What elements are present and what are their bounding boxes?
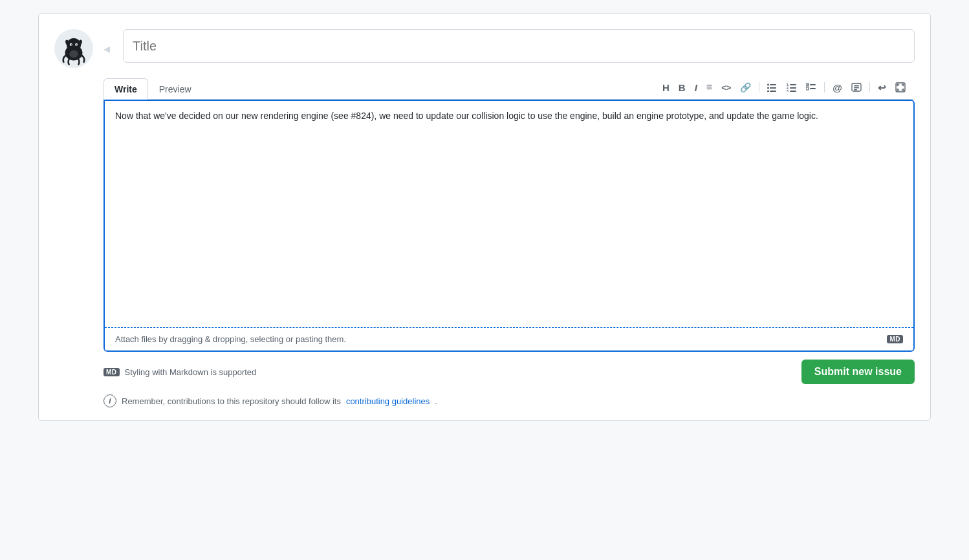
- attach-text: Attach files by dragging & dropping, sel…: [115, 334, 346, 344]
- toolbar-separator-2: [824, 82, 825, 92]
- svg-rect-15: [770, 91, 776, 92]
- quote-icon[interactable]: ≡: [702, 80, 716, 95]
- task-list-icon[interactable]: [802, 80, 820, 94]
- markdown-label: Styling with Markdown is supported: [125, 367, 257, 377]
- svg-rect-13: [770, 87, 776, 89]
- mention-icon[interactable]: @: [829, 80, 846, 95]
- svg-point-5: [71, 44, 72, 45]
- svg-point-14: [767, 91, 769, 92]
- link-icon[interactable]: 🔗: [736, 80, 755, 94]
- tabs-toolbar: Write Preview H B I ≡ <> 🔗: [103, 78, 915, 100]
- svg-rect-21: [790, 91, 796, 92]
- svg-point-10: [767, 84, 769, 86]
- ordered-list-icon[interactable]: 1. 2. 3.: [783, 80, 801, 94]
- svg-text:3.: 3.: [787, 89, 790, 92]
- svg-point-9: [69, 50, 78, 58]
- svg-rect-25: [810, 88, 816, 89]
- avatar-container: [54, 29, 93, 68]
- svg-point-12: [767, 87, 769, 89]
- svg-rect-29: [854, 89, 857, 91]
- notice-prefix: Remember, contributions to this reposito…: [122, 396, 341, 406]
- code-icon[interactable]: <>: [717, 81, 735, 94]
- fullscreen-icon[interactable]: [891, 80, 909, 95]
- markdown-badge-footer: MD: [103, 368, 120, 376]
- footer-row: MD Styling with Markdown is supported Su…: [103, 360, 915, 384]
- svg-rect-27: [854, 85, 859, 87]
- svg-rect-19: [790, 87, 796, 89]
- toolbar-separator: [759, 82, 759, 92]
- caret-icon: ◂: [103, 29, 110, 68]
- attach-bar: Attach files by dragging & dropping, sel…: [105, 327, 913, 350]
- undo-icon[interactable]: ↩: [874, 80, 890, 95]
- reference-icon[interactable]: [847, 80, 866, 94]
- editor-wrapper: Now that we've decided on our new render…: [103, 100, 915, 352]
- bottom-notice: i Remember, contributions to this reposi…: [103, 394, 915, 407]
- svg-rect-23: [810, 84, 816, 85]
- title-row: ◂ Update game to use new rendering engin…: [54, 29, 915, 68]
- tab-preview[interactable]: Preview: [148, 78, 202, 100]
- avatar-image: [56, 31, 91, 66]
- avatar: [54, 29, 93, 68]
- svg-rect-17: [790, 84, 796, 85]
- toolbar-icons: H B I ≡ <> 🔗: [653, 80, 915, 98]
- italic-icon[interactable]: I: [691, 80, 701, 95]
- markdown-badge-attach: MD: [887, 335, 903, 343]
- heading-icon[interactable]: H: [659, 80, 673, 95]
- editor-content-area[interactable]: Now that we've decided on our new render…: [105, 101, 913, 327]
- svg-rect-11: [770, 84, 776, 85]
- notice-suffix: .: [435, 396, 437, 406]
- submit-new-issue-button[interactable]: Submit new issue: [801, 360, 915, 384]
- editor-area: Write Preview H B I ≡ <> 🔗: [103, 78, 915, 384]
- issue-form: ◂ Update game to use new rendering engin…: [38, 13, 931, 421]
- svg-rect-24: [806, 87, 809, 90]
- toolbar-separator-3: [869, 82, 870, 92]
- contributing-guidelines-link[interactable]: contributing guidelines: [346, 396, 430, 406]
- unordered-list-icon[interactable]: [763, 80, 781, 94]
- tab-write[interactable]: Write: [103, 78, 148, 100]
- svg-rect-28: [854, 87, 859, 89]
- info-icon: i: [103, 394, 116, 407]
- svg-point-6: [76, 44, 78, 45]
- markdown-note: MD Styling with Markdown is supported: [103, 367, 256, 377]
- bold-icon[interactable]: B: [675, 80, 690, 95]
- title-input[interactable]: Update game to use new rendering engine: [123, 29, 915, 63]
